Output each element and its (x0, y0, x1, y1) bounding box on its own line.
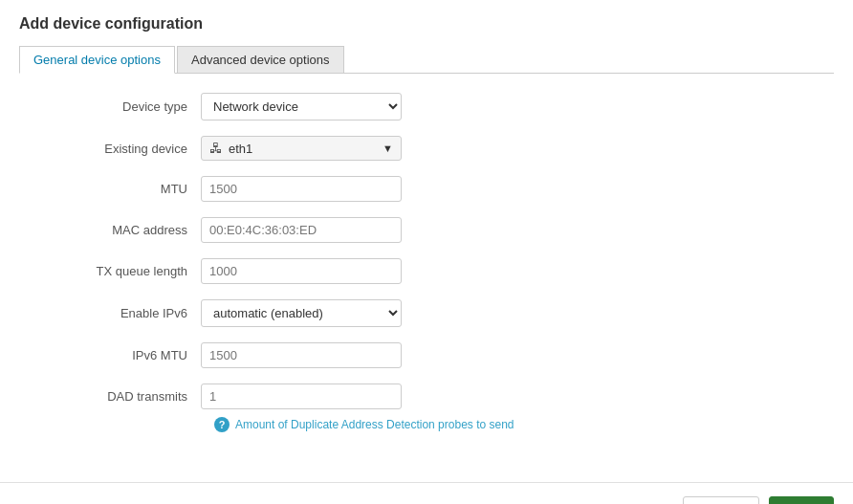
field-row-enable-ipv6: Enable IPv6 automatic (enabled) enabled … (48, 299, 622, 327)
field-row-ipv6-mtu: IPv6 MTU (48, 342, 622, 368)
dismiss-button[interactable]: Dismiss (683, 496, 759, 504)
field-row-mac-address: MAC address (48, 217, 622, 243)
label-mtu: MTU (48, 182, 201, 196)
footer: Dismiss Save (0, 482, 853, 504)
input-mac-address[interactable] (201, 217, 402, 243)
label-existing-device: Existing device (48, 142, 201, 156)
network-device-icon: 🖧 (209, 141, 223, 156)
tab-general[interactable]: General device options (19, 46, 175, 74)
form-container: Device type Network device Bridge device… (48, 93, 622, 432)
field-row-mtu: MTU (48, 176, 622, 202)
help-icon: ? (214, 417, 230, 432)
field-row-tx-queue-length: TX queue length (48, 258, 622, 284)
page-container: Add device configuration General device … (0, 0, 853, 463)
chevron-down-icon: ▼ (383, 142, 393, 154)
label-device-type: Device type (48, 99, 201, 114)
tab-general-label: General device options (33, 53, 161, 67)
label-ipv6-mtu: IPv6 MTU (48, 348, 201, 362)
input-mtu[interactable] (201, 176, 402, 202)
input-tx-queue-length[interactable] (201, 258, 402, 284)
select-device-type[interactable]: Network device Bridge device Bond device… (201, 93, 402, 121)
select-enable-ipv6[interactable]: automatic (enabled) enabled disabled (201, 299, 402, 327)
label-dad-transmits: DAD transmits (48, 389, 201, 404)
input-ipv6-mtu[interactable] (201, 342, 402, 368)
label-enable-ipv6: Enable IPv6 (48, 306, 201, 320)
existing-device-value: eth1 (229, 142, 379, 156)
label-tx-queue-length: TX queue length (48, 264, 201, 278)
field-row-device-type: Device type Network device Bridge device… (48, 93, 622, 121)
field-row-existing-device: Existing device 🖧 eth1 ▼ (48, 136, 622, 161)
tabs-bar: General device options Advanced device o… (19, 46, 834, 74)
tab-advanced[interactable]: Advanced device options (177, 46, 344, 74)
label-mac-address: MAC address (48, 223, 201, 237)
existing-device-select[interactable]: 🖧 eth1 ▼ (201, 136, 402, 161)
tab-advanced-label: Advanced device options (191, 53, 330, 67)
dad-help-row: ? Amount of Duplicate Address Detection … (214, 417, 622, 432)
input-dad-transmits[interactable] (201, 383, 402, 409)
field-row-dad-transmits: DAD transmits (48, 383, 622, 409)
save-button[interactable]: Save (769, 496, 834, 504)
page-title: Add device configuration (19, 15, 834, 33)
dad-help-text: Amount of Duplicate Address Detection pr… (235, 418, 514, 431)
